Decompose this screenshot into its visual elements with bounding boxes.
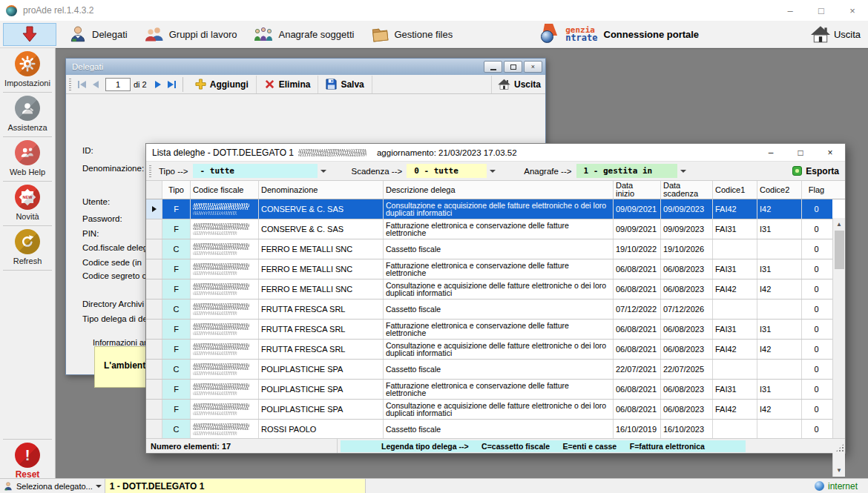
cell-flag[interactable]: 0 — [802, 420, 831, 439]
cell-tipo[interactable]: F — [162, 199, 191, 219]
table-row[interactable]: C FRUTTA FRESCA SRL Cassetto fiscale 07/… — [146, 300, 832, 320]
cell-tipo[interactable]: C — [162, 360, 191, 379]
cell-tipo[interactable]: F — [162, 219, 191, 239]
table-row[interactable]: C POLIPLASTICHE SPA Cassetto fiscale 22/… — [146, 360, 832, 380]
cell-codice-fiscale-redacted[interactable] — [191, 279, 259, 299]
cell-codice2[interactable] — [757, 300, 802, 319]
sidebar-item-novita[interactable]: NEW Novità — [0, 185, 55, 221]
cell-data-scadenza[interactable]: 22/07/2025 — [661, 360, 713, 379]
cell-descrizione[interactable]: Consultazione e acquisizione delle fattu… — [384, 199, 614, 219]
cell-codice1[interactable]: FAI42 — [713, 340, 757, 359]
cell-data-inizio[interactable]: 07/12/2022 — [614, 300, 661, 319]
cell-data-inizio[interactable]: 09/09/2021 — [614, 199, 661, 219]
aggiungi-button[interactable]: Aggiungi — [188, 76, 257, 93]
cell-flag[interactable]: 0 — [802, 380, 831, 399]
chevron-down-icon[interactable] — [677, 164, 689, 178]
chevron-down-icon[interactable] — [487, 164, 499, 178]
cell-codice1[interactable]: FAI42 — [713, 279, 757, 299]
cell-codice1[interactable] — [713, 239, 757, 259]
cell-codice1[interactable]: FAI31 — [713, 320, 757, 339]
cell-data-inizio[interactable]: 22/07/2021 — [614, 360, 661, 379]
cell-descrizione[interactable]: Consultazione e acquisizione delle fattu… — [384, 400, 614, 419]
row-selector-cell[interactable] — [146, 340, 162, 359]
row-selector-cell[interactable] — [146, 320, 162, 339]
cell-denominazione[interactable]: FERRO E METALLI SNC — [259, 279, 384, 299]
row-selector-cell[interactable] — [146, 219, 162, 239]
cell-flag[interactable]: 0 — [802, 400, 831, 419]
nav-next-button[interactable] — [151, 78, 165, 91]
cell-flag[interactable]: 0 — [802, 360, 831, 379]
toolbar-uscita[interactable]: Uscita — [811, 25, 861, 43]
row-selector-cell[interactable] — [146, 380, 162, 399]
cell-codice2[interactable]: I31 — [757, 259, 802, 279]
cell-codice1[interactable]: FAI42 — [713, 199, 757, 219]
cell-codice2[interactable] — [757, 420, 802, 439]
cell-flag[interactable]: 0 — [802, 239, 831, 259]
cell-denominazione[interactable]: ROSSI PAOLO — [259, 420, 384, 439]
row-selector-cell[interactable] — [146, 239, 162, 259]
cell-codice1[interactable] — [713, 420, 757, 439]
cell-descrizione[interactable]: Cassetto fiscale — [384, 360, 614, 379]
header-codice-fiscale[interactable]: Codice fiscale — [191, 181, 259, 199]
cell-data-inizio[interactable]: 06/08/2021 — [614, 380, 661, 399]
toolbar-gruppi[interactable]: Gruppi di lavoro — [144, 24, 237, 44]
maximize-button[interactable]: □ — [806, 0, 837, 21]
cell-descrizione[interactable]: Cassetto fiscale — [384, 420, 614, 439]
sidebar-item-assistenza[interactable]: Assistenza — [0, 96, 55, 132]
scrollbar-thumb[interactable] — [835, 231, 844, 269]
cell-tipo[interactable]: F — [162, 340, 191, 359]
toolbar-gestione[interactable]: Gestione files — [370, 24, 453, 44]
cell-codice-fiscale-redacted[interactable] — [191, 199, 259, 219]
cell-data-scadenza[interactable]: 06/08/2023 — [661, 259, 713, 279]
cell-codice2[interactable] — [757, 360, 802, 379]
cell-tipo[interactable]: F — [162, 380, 191, 399]
cell-codice2[interactable]: I42 — [757, 400, 802, 419]
minimize-button[interactable]: – — [775, 0, 806, 21]
table-row[interactable]: F FRUTTA FRESCA SRL Consultazione e acqu… — [146, 340, 832, 360]
toolbar-anagrafe[interactable]: Anagrafe soggetti — [253, 24, 354, 44]
cell-tipo[interactable]: F — [162, 259, 191, 279]
chevron-down-icon[interactable] — [96, 485, 102, 488]
cell-codice1[interactable] — [713, 300, 757, 319]
tipo-filter-combo[interactable]: - tutte — [193, 164, 329, 178]
cell-codice-fiscale-redacted[interactable] — [191, 360, 259, 379]
connessione-portale-label[interactable]: Connessione portale — [604, 29, 700, 40]
cell-descrizione[interactable]: Consultazione e acquisizione delle fattu… — [384, 340, 614, 359]
header-codice1[interactable]: Codice1 — [713, 181, 757, 199]
cell-descrizione[interactable]: Fatturazione elettronica e conservazione… — [384, 259, 614, 279]
cell-data-inizio[interactable]: 06/08/2021 — [614, 279, 661, 299]
cell-denominazione[interactable]: POLIPLASTICHE SPA — [259, 360, 384, 379]
cell-data-inizio[interactable]: 19/10/2022 — [614, 239, 661, 259]
cell-descrizione[interactable]: Cassetto fiscale — [384, 300, 614, 319]
cell-descrizione[interactable]: Fatturazione elettronica e conservazione… — [384, 320, 614, 339]
lista-minimize-button[interactable]: – — [756, 144, 786, 162]
cell-codice2[interactable] — [757, 239, 802, 259]
header-flag[interactable]: Flag — [802, 181, 831, 199]
header-tipo[interactable]: Tipo — [162, 181, 191, 199]
close-button[interactable]: × — [837, 0, 868, 21]
cell-flag[interactable]: 0 — [802, 259, 831, 279]
salva-button[interactable]: Salva — [318, 76, 372, 93]
lista-maximize-button[interactable]: □ — [786, 144, 815, 162]
anagrafe-filter-combo[interactable]: 1 - gestita in proAdE — [576, 164, 689, 178]
cell-data-scadenza[interactable]: 06/08/2023 — [661, 320, 713, 339]
cell-data-scadenza[interactable]: 19/10/2026 — [661, 239, 713, 259]
header-codice2[interactable]: Codice2 — [757, 181, 802, 199]
cell-data-scadenza[interactable]: 06/08/2023 — [661, 380, 713, 399]
cell-codice1[interactable] — [713, 360, 757, 379]
cell-codice2[interactable]: I31 — [757, 380, 802, 399]
cell-codice2[interactable]: I31 — [757, 320, 802, 339]
delegati-restore-button[interactable] — [504, 61, 522, 73]
cell-descrizione[interactable]: Consultazione e acquisizione delle fattu… — [384, 279, 614, 299]
cell-data-inizio[interactable]: 06/08/2021 — [614, 259, 661, 279]
table-row[interactable]: C ROSSI PAOLO Cassetto fiscale 16/10/201… — [146, 420, 832, 440]
cell-codice2[interactable]: I42 — [757, 199, 802, 219]
cell-codice1[interactable]: FAI42 — [713, 400, 757, 419]
delegati-close-button[interactable]: × — [524, 61, 542, 73]
cell-data-inizio[interactable]: 06/08/2021 — [614, 320, 661, 339]
cell-data-inizio[interactable]: 09/09/2021 — [614, 219, 661, 239]
table-row[interactable]: C FERRO E METALLI SNC Cassetto fiscale 1… — [146, 239, 832, 259]
cell-data-scadenza[interactable]: 06/08/2023 — [661, 279, 713, 299]
delegati-titlebar[interactable]: Delegati × — [66, 59, 545, 75]
header-data-inizio[interactable]: Data inizio — [614, 181, 661, 199]
